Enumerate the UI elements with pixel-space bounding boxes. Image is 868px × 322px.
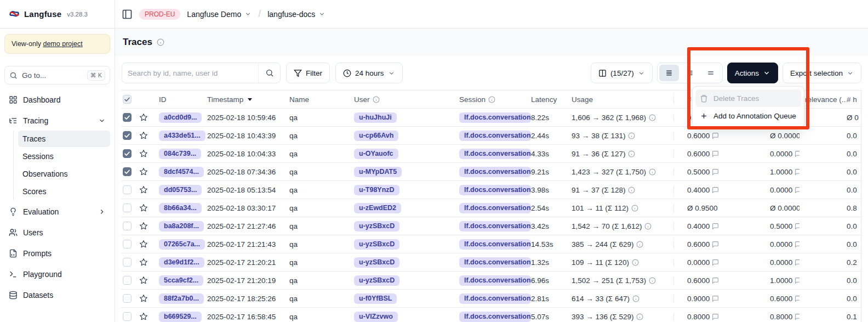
filter-button[interactable]: Filter — [286, 63, 330, 83]
column-header-user[interactable]: User — [354, 95, 459, 104]
row-checkbox[interactable] — [123, 222, 132, 230]
comment-icon[interactable] — [795, 168, 800, 176]
session-badge[interactable]: lf.docs.conversation... — [459, 149, 531, 159]
user-badge[interactable]: u-yzSBxcD — [354, 275, 399, 286]
select-all-checkbox[interactable] — [123, 95, 132, 104]
table-row[interactable]: a433de51... 2025-02-18 10:43:39 qa u-cp6… — [122, 127, 861, 145]
user-badge[interactable]: u-yzSBxcD — [354, 257, 399, 268]
comment-icon[interactable] — [712, 150, 719, 157]
star-icon[interactable] — [139, 312, 148, 321]
menu-item-add-to-annotation-queue[interactable]: Add to Annotation Queue — [695, 107, 801, 125]
row-height-large-button[interactable] — [701, 65, 721, 81]
column-header-latency[interactable]: Latency — [531, 95, 572, 104]
comment-icon[interactable] — [712, 241, 719, 248]
user-badge[interactable]: u-f0YfBSL — [354, 293, 397, 304]
row-checkbox[interactable] — [123, 276, 132, 285]
sidebar-toggle-icon[interactable] — [122, 9, 133, 20]
row-checkbox[interactable] — [123, 131, 132, 140]
session-badge[interactable]: lf.docs.conversation... — [459, 167, 531, 177]
user-badge[interactable]: u-T98YnzD — [354, 185, 399, 195]
user-badge[interactable]: u-OYauofc — [354, 149, 398, 159]
star-icon[interactable] — [139, 258, 148, 267]
comment-icon[interactable] — [795, 241, 800, 248]
search-submit-button[interactable] — [258, 63, 280, 83]
trace-id-badge[interactable]: 88f2a7b0... — [159, 293, 204, 304]
row-checkbox[interactable] — [123, 312, 132, 321]
sidebar-item-scores[interactable]: Scores — [18, 183, 110, 200]
session-badge[interactable]: lf.docs.conversation... — [459, 239, 531, 250]
trace-id-badge[interactable]: 084c739... — [159, 149, 201, 159]
star-icon[interactable] — [139, 185, 148, 194]
row-checkbox[interactable] — [123, 167, 132, 176]
comment-icon[interactable] — [712, 259, 719, 266]
session-badge[interactable]: lf.docs.conversation... — [459, 275, 531, 286]
time-range-button[interactable]: 24 hours — [335, 63, 403, 83]
user-badge[interactable]: u-zEwdED2 — [354, 203, 401, 213]
user-badge[interactable]: u-yzSBxcD — [354, 221, 399, 231]
trace-id-badge[interactable]: a433de51... — [159, 131, 205, 141]
table-row[interactable]: dd05753... 2025-02-18 05:13:54 qa u-T98Y… — [122, 181, 861, 199]
star-icon[interactable] — [139, 131, 148, 140]
table-row[interactable]: b669529... 2025-02-17 16:58:45 qa u-VIZz… — [122, 308, 861, 322]
comment-icon[interactable] — [712, 223, 719, 230]
sidebar-item-playground[interactable]: Playground — [4, 265, 110, 283]
session-badge[interactable]: lf.docs.conversation... — [459, 221, 531, 231]
goto-search-button[interactable]: Go to... ⌘ K — [4, 66, 110, 84]
project-switcher[interactable]: langfuse-docs — [267, 10, 326, 19]
comment-icon[interactable] — [795, 277, 800, 284]
row-checkbox[interactable] — [123, 294, 132, 303]
user-badge[interactable]: u-yzSBxcD — [354, 239, 399, 250]
sidebar-item-dashboard[interactable]: Dashboard — [4, 91, 110, 109]
star-icon[interactable] — [139, 113, 148, 122]
user-badge[interactable]: u-VIZzvwo — [354, 312, 398, 322]
comment-icon[interactable] — [795, 259, 800, 266]
trace-id-badge[interactable]: dd05753... — [159, 185, 202, 195]
table-row[interactable]: ba8a208f... 2025-02-17 21:27:46 qa u-yzS… — [122, 217, 861, 235]
session-badge[interactable]: lf.docs.conversation... — [459, 293, 531, 304]
table-row[interactable]: 8b66a34... 2025-02-18 03:30:17 qa u-zEwd… — [122, 199, 861, 217]
row-checkbox[interactable] — [123, 258, 132, 267]
star-icon[interactable] — [139, 167, 148, 176]
search-input[interactable] — [122, 69, 258, 77]
session-badge[interactable]: lf.docs.conversation... — [459, 312, 531, 322]
comment-icon[interactable] — [795, 150, 800, 157]
table-row[interactable]: 084c739... 2025-02-18 10:04:33 qa u-OYau… — [122, 145, 861, 163]
user-badge[interactable]: u-huJhuJi — [354, 112, 397, 123]
star-icon[interactable] — [139, 149, 148, 158]
table-row[interactable]: 07265c7a... 2025-02-17 21:21:43 qa u-yzS… — [122, 235, 861, 253]
session-badge[interactable]: lf.docs.conversation... — [459, 185, 531, 195]
comment-icon[interactable] — [712, 313, 719, 320]
session-badge[interactable]: lf.docs.conversation... — [459, 112, 531, 123]
column-visibility-button[interactable]: (15/27) — [591, 63, 653, 83]
trace-id-badge[interactable]: a0cd0d9... — [159, 112, 202, 123]
org-switcher[interactable]: Langfuse Demo — [187, 10, 252, 19]
sidebar-item-tracing[interactable]: Tracing — [4, 112, 110, 129]
column-header-id[interactable]: ID — [159, 95, 207, 104]
table-row[interactable]: 88f2a7b0... 2025-02-17 18:25:26 qa u-f0Y… — [122, 290, 861, 308]
user-badge[interactable]: u-MYpDAT5 — [354, 167, 402, 177]
comment-icon[interactable] — [712, 187, 719, 194]
sidebar-item-traces[interactable]: Traces — [18, 131, 110, 147]
sidebar-item-datasets[interactable]: Datasets — [4, 286, 110, 304]
comment-icon[interactable] — [795, 295, 800, 302]
trace-id-badge[interactable]: 5cca9cf2... — [159, 275, 203, 286]
comment-icon[interactable] — [712, 277, 719, 284]
session-badge[interactable]: lf.docs.conversation... — [459, 131, 531, 141]
sidebar-item-prompts[interactable]: Prompts — [4, 245, 110, 262]
comment-icon[interactable] — [712, 295, 719, 302]
sidebar-item-evaluation[interactable]: Evaluation — [4, 203, 110, 221]
user-badge[interactable]: u-cp66Avh — [354, 131, 398, 141]
row-checkbox[interactable] — [123, 240, 132, 248]
session-badge[interactable]: lf.docs.conversation... — [459, 203, 531, 213]
star-icon[interactable] — [139, 294, 148, 303]
trace-id-badge[interactable]: 07265c7a... — [159, 239, 205, 250]
actions-button[interactable]: Actions — [727, 63, 778, 83]
session-badge[interactable]: lf.docs.conversation... — [459, 257, 531, 268]
column-header-count[interactable]: # h — [847, 95, 857, 104]
column-header-timestamp[interactable]: Timestamp — [207, 95, 289, 104]
trace-id-badge[interactable]: 8dcf4574... — [159, 167, 204, 177]
comment-icon[interactable] — [795, 223, 800, 230]
row-checkbox[interactable] — [123, 185, 132, 194]
table-row[interactable]: d3e9d1f2... 2025-02-17 21:20:21 qa u-yzS… — [122, 253, 861, 272]
table-row[interactable]: 5cca9cf2... 2025-02-17 21:20:19 qa u-yzS… — [122, 272, 861, 290]
